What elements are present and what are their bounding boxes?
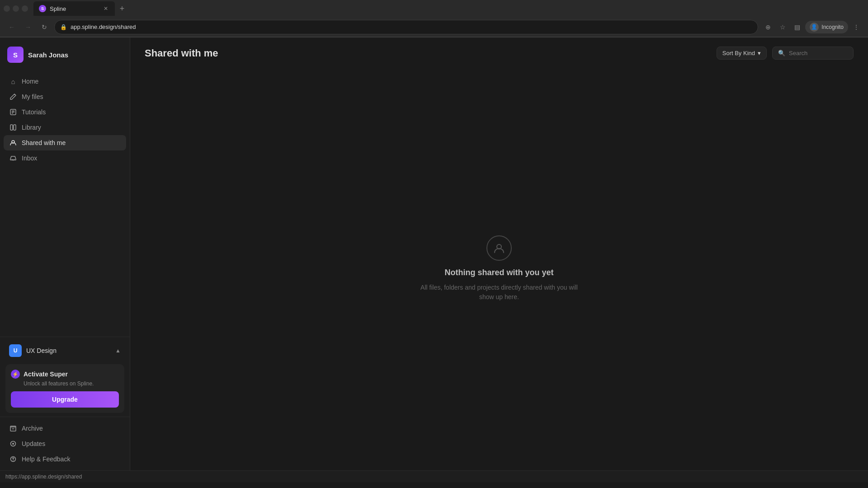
status-url: https://app.spline.design/shared — [5, 474, 82, 480]
sidebar: S Sarah Jonas ⌂ Home My files — [0, 38, 130, 470]
shared-icon — [9, 139, 17, 147]
workspace-name: UX Design — [26, 347, 111, 354]
sidebar-bottom-nav: Archive Updates — [0, 417, 130, 470]
help-icon — [9, 455, 17, 463]
sidebar-item-help[interactable]: Help & Feedback — [4, 451, 126, 467]
svg-rect-5 — [14, 125, 16, 130]
address-bar[interactable]: 🔒 app.spline.design/shared — [54, 20, 758, 34]
header-actions: Sort By Kind ▾ 🔍 — [717, 47, 854, 60]
empty-state-description: All files, folders and projects directly… — [413, 283, 585, 302]
refresh-button[interactable]: ↻ — [38, 21, 51, 33]
activate-title: Activate Super — [24, 371, 68, 378]
app-layout: S Sarah Jonas ⌂ Home My files — [0, 38, 868, 470]
workspace-avatar: U — [9, 344, 22, 357]
sidebar-item-inbox[interactable]: Inbox — [4, 150, 126, 166]
empty-state-title: Nothing shared with you yet — [444, 268, 553, 277]
archive-icon — [9, 424, 17, 432]
workspace-item[interactable]: U UX Design ▲ — [4, 341, 126, 361]
forward-button[interactable]: → — [22, 21, 34, 33]
updates-icon — [9, 440, 17, 448]
upgrade-section: ⚡ Activate Super Unlock all features on … — [5, 364, 124, 413]
svg-point-10 — [12, 443, 14, 445]
browser-toolbar: ← → ↻ 🔒 app.spline.design/shared ⊕ ☆ ▤ 👤… — [0, 17, 868, 37]
sidebar-item-library-label: Library — [22, 124, 41, 131]
page-title: Shared with me — [145, 47, 218, 59]
maximize-button[interactable] — [13, 5, 19, 12]
sidebar-item-my-files-label: My files — [22, 93, 43, 100]
pencil-icon — [9, 93, 17, 101]
sort-dropdown[interactable]: Sort By Kind ▾ — [717, 47, 767, 60]
inbox-icon — [9, 154, 17, 162]
user-name: Sarah Jonas — [28, 51, 68, 59]
lightning-icon: ⚡ — [11, 370, 20, 379]
sidebar-item-home-label: Home — [22, 78, 38, 85]
search-input[interactable] — [789, 50, 843, 56]
new-tab-button[interactable]: + — [116, 2, 128, 15]
sidebar-item-library[interactable]: Library — [4, 120, 126, 135]
sidebar-divider — [0, 337, 130, 337]
sidebar-toggle-button[interactable]: ▤ — [791, 21, 803, 33]
search-bar[interactable]: 🔍 — [772, 47, 854, 60]
browser-chrome: S Spline ✕ + ← → ↻ 🔒 app.spline.design/s… — [0, 0, 868, 38]
cast-button[interactable]: ⊕ — [762, 21, 774, 33]
sidebar-item-help-label: Help & Feedback — [22, 455, 70, 463]
sidebar-item-shared-with-me-label: Shared with me — [22, 139, 66, 146]
avatar: S — [7, 47, 24, 63]
sidebar-item-archive[interactable]: Archive — [4, 421, 126, 436]
empty-state: Nothing shared with you yet All files, f… — [130, 67, 868, 470]
toolbar-actions: ⊕ ☆ ▤ 👤 Incognito ⋮ — [762, 21, 863, 33]
window-controls — [4, 5, 28, 12]
sidebar-item-updates-label: Updates — [22, 440, 45, 447]
tab-close-button[interactable]: ✕ — [102, 5, 109, 12]
chevron-down-icon: ▾ — [758, 50, 761, 56]
sidebar-item-home[interactable]: ⌂ Home — [4, 74, 126, 89]
sidebar-nav: ⌂ Home My files — [0, 70, 130, 333]
main-content: Shared with me Sort By Kind ▾ 🔍 — [130, 38, 868, 470]
svg-point-12 — [13, 460, 14, 461]
upgrade-button[interactable]: Upgrade — [11, 391, 119, 408]
sidebar-item-tutorials[interactable]: Tutorials — [4, 104, 126, 120]
menu-button[interactable]: ⋮ — [850, 21, 863, 33]
search-icon: 🔍 — [778, 50, 785, 56]
bookmark-button[interactable]: ☆ — [776, 21, 789, 33]
back-button[interactable]: ← — [5, 21, 18, 33]
incognito-label: Incognito — [821, 24, 844, 30]
browser-tab[interactable]: S Spline ✕ — [33, 1, 115, 16]
sort-label: Sort By Kind — [722, 50, 755, 56]
tab-title: Spline — [50, 5, 99, 12]
close-button[interactable] — [22, 5, 28, 12]
sidebar-item-inbox-label: Inbox — [22, 155, 37, 162]
sidebar-header: S Sarah Jonas — [0, 38, 130, 70]
svg-rect-4 — [10, 125, 13, 130]
chevron-up-icon: ▲ — [115, 347, 121, 354]
activate-description: Unlock all features on Spline. — [24, 380, 119, 387]
sidebar-item-shared-with-me[interactable]: Shared with me — [4, 135, 126, 150]
main-header: Shared with me Sort By Kind ▾ 🔍 — [130, 38, 868, 67]
status-bar: https://app.spline.design/shared — [0, 470, 868, 482]
tab-favicon: S — [39, 5, 46, 12]
minimize-button[interactable] — [4, 5, 10, 12]
tutorials-icon — [9, 108, 17, 116]
sidebar-item-tutorials-label: Tutorials — [22, 108, 46, 116]
incognito-badge[interactable]: 👤 Incognito — [805, 21, 848, 33]
address-text: app.spline.design/shared — [71, 23, 752, 30]
tab-bar: S Spline ✕ + — [0, 0, 868, 17]
library-icon — [9, 123, 17, 131]
lock-icon: 🔒 — [60, 24, 67, 30]
incognito-avatar: 👤 — [810, 23, 819, 32]
sidebar-item-updates[interactable]: Updates — [4, 436, 126, 451]
sidebar-item-my-files[interactable]: My files — [4, 89, 126, 104]
activate-header: ⚡ Activate Super — [11, 370, 119, 379]
sidebar-item-archive-label: Archive — [22, 425, 43, 432]
empty-state-icon — [486, 235, 512, 261]
home-icon: ⌂ — [9, 77, 17, 85]
